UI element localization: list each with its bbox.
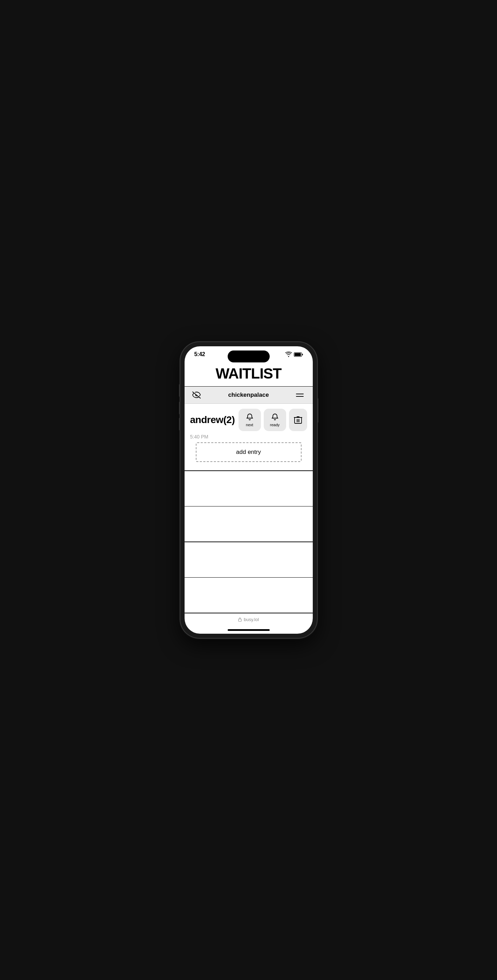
home-indicator — [228, 629, 270, 631]
nav-bar: chickenpalace — [184, 387, 313, 404]
add-entry-text: add entry — [236, 449, 261, 455]
hamburger-menu-icon[interactable] — [296, 390, 306, 400]
ready-button[interactable]: ready — [264, 409, 286, 431]
status-icons — [286, 352, 303, 357]
waitlist-content: andrew(2) next — [184, 404, 313, 614]
entry-header: andrew(2) next — [190, 409, 307, 431]
empty-row-3 — [184, 542, 313, 577]
ready-btn-label: ready — [270, 423, 280, 427]
delete-button[interactable] — [289, 409, 307, 431]
svg-rect-3 — [238, 619, 241, 621]
footer: busy.lol — [184, 614, 313, 629]
empty-row-4 — [184, 578, 313, 612]
next-button[interactable]: next — [238, 409, 261, 431]
footer-url: busy.lol — [244, 617, 259, 622]
trash-icon — [294, 416, 302, 424]
entry-row: andrew(2) next — [184, 404, 313, 470]
status-time: 5:42 — [194, 351, 205, 358]
app-title: WAITLIST — [193, 365, 304, 382]
empty-row-2 — [184, 506, 313, 541]
phone-screen: 5:42 WAITLIST — [184, 346, 313, 634]
bell-icon-ready — [271, 413, 279, 421]
entry-time: 5:40 PM — [190, 434, 307, 439]
entry-party-size: (2) — [224, 414, 235, 425]
phone-frame: 5:42 WAITLIST — [180, 342, 317, 638]
lock-icon — [238, 617, 242, 622]
dynamic-island — [228, 350, 270, 363]
entry-name: andrew(2) — [190, 414, 235, 425]
nav-restaurant-name: chickenpalace — [206, 391, 292, 399]
empty-row-1 — [184, 471, 313, 506]
svg-rect-1 — [295, 353, 301, 356]
app-content: WAITLIST chickenpalace — [184, 360, 313, 634]
next-btn-label: next — [246, 423, 253, 427]
add-entry-box[interactable]: add entry — [196, 442, 302, 462]
wifi-icon — [286, 352, 292, 357]
divider-5 — [184, 612, 313, 613]
battery-icon — [294, 352, 303, 357]
bell-icon-next — [246, 413, 254, 421]
eye-slash-icon[interactable] — [192, 390, 202, 400]
entry-actions: next ready — [238, 409, 307, 431]
entry-name-text: andrew — [190, 414, 224, 425]
app-header: WAITLIST — [184, 360, 313, 387]
